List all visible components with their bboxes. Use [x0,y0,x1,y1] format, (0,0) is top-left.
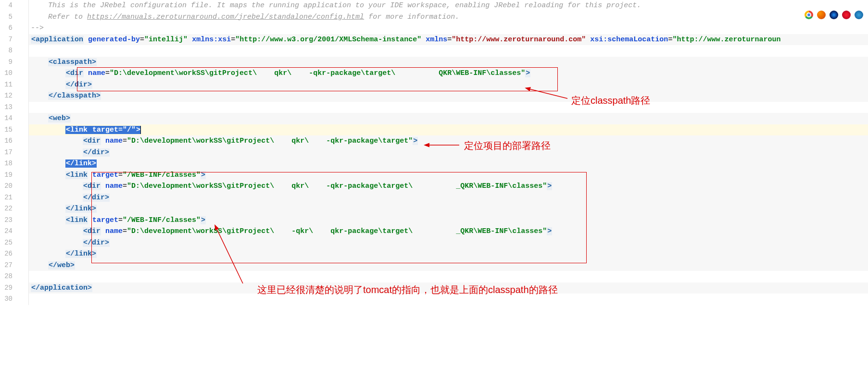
code-line[interactable]: <application generated-by="intellij" xml… [29,34,868,46]
ie-icon [855,11,863,19]
line-number-gutter: 45678910 11121314151617 18192021222324 2… [0,0,22,305]
opera-icon [842,11,851,19]
code-line[interactable]: This is the JRebel configuration file. I… [29,0,868,12]
code-line[interactable]: </web> [29,260,868,271]
code-line[interactable]: <dir name="D:\development\workSS\gitProj… [29,135,868,147]
code-line[interactable]: </dir> [29,192,868,204]
code-line[interactable]: </application> [29,282,868,294]
code-line[interactable] [29,102,868,113]
fold-column[interactable] [22,0,29,305]
safari-icon [830,11,838,19]
code-line[interactable] [29,45,868,57]
firefox-icon [817,11,826,19]
code-editor[interactable]: 45678910 11121314151617 18192021222324 2… [0,0,868,305]
code-line[interactable] [29,294,868,305]
code-line[interactable]: <classpath> [29,57,868,68]
code-line[interactable] [29,271,868,282]
code-line[interactable]: Refer to https://manuals.zeroturnaround.… [29,12,868,23]
code-line[interactable]: <web> [29,113,868,124]
code-line[interactable]: <link target="/WEB-INF/classes"> [29,170,868,181]
code-line[interactable]: --> [29,23,868,34]
browser-icon-strip [805,11,863,19]
code-line[interactable]: <dir name="D:\development\workSS\gitProj… [29,226,868,237]
code-area[interactable]: This is the JRebel configuration file. I… [29,0,868,305]
code-line[interactable]: </dir> [29,237,868,249]
code-line[interactable]: </classpath> [29,90,868,102]
code-line-current[interactable]: <link target="/"> [29,124,868,136]
chrome-icon [805,11,813,19]
code-line[interactable]: <dir name="D:\development\workSS\gitProj… [29,68,868,79]
code-line[interactable]: <link target="/WEB-INF/classes"> [29,215,868,226]
code-line[interactable]: </link> [29,248,868,260]
text-caret [140,126,141,134]
code-line[interactable]: <dir name="D:\development\workSS\gitProj… [29,181,868,192]
code-line[interactable]: </link> [29,158,868,170]
code-line[interactable]: </link> [29,203,868,215]
code-line[interactable]: </dir> [29,79,868,91]
code-line[interactable]: </dir> [29,147,868,159]
